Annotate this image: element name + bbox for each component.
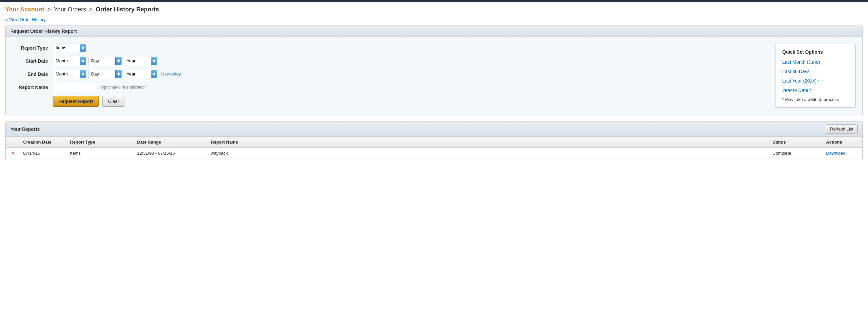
arrow-down-icon [117,61,120,62]
request-panel-title: Request Order History Report [10,29,77,34]
quick-set-last-month[interactable]: Last Month (June) [782,59,848,65]
quick-set-last-year[interactable]: Last Year (2014) * [782,78,848,84]
arrow-up-icon [82,46,85,48]
arrow-up-icon [153,73,155,74]
view-order-history-link[interactable]: < View Order History [5,17,45,22]
delete-icon[interactable]: ✕ [10,151,15,156]
start-year-wrapper: Year [124,57,157,65]
breadcrumb: Your Account > Your Orders > Order Histo… [0,2,868,16]
start-year-select[interactable]: Year [124,57,151,65]
arrow-down-icon [82,61,85,62]
start-month-select[interactable]: Month JanuaryFebruaryMarch AprilMayJune … [53,57,80,65]
reports-panel-title: Your Reports [10,126,40,132]
report-type-label: Report Type [12,45,53,51]
report-name-label: Report Name [12,85,53,90]
sep1: > [45,6,53,13]
button-row: Request Report Clear [12,96,762,107]
row-report-name: wayback [207,148,769,159]
end-month-select[interactable]: Month JanuaryFebruaryMarch AprilMayJune … [53,70,80,78]
quick-set-year-to-date[interactable]: Year to Date * [782,88,848,93]
col-header-actions: Actions [822,137,862,148]
report-type-controls: Items [53,44,86,52]
start-day-arrow[interactable] [115,57,121,65]
row-delete-cell: ✕ [6,148,19,159]
arrow-down-icon [153,61,155,62]
quick-set-last-30-days[interactable]: Last 30 Days [782,69,848,74]
request-report-button[interactable]: Request Report [53,96,99,107]
arrow-down-icon [82,48,85,49]
use-today-link[interactable]: Use today [161,72,181,77]
end-date-row: End Date Month JanuaryFebruaryMarch Apri… [12,70,762,78]
report-type-arrow[interactable] [80,44,86,52]
arrow-up-icon [117,59,120,61]
start-date-controls: Month JanuaryFebruaryMarch AprilMayJune … [53,57,157,65]
reports-panel-header: Your Reports Refresh List [6,122,862,137]
col-header-status: Status [769,137,822,148]
col-header-creation-date: Creation Date [19,137,66,148]
reports-table: Creation Date Report Type Date Range Rep… [6,137,862,159]
start-day-select[interactable]: Day [89,57,115,65]
end-date-label: End Date [12,72,53,77]
refresh-list-button[interactable]: Refresh List [826,124,858,134]
quick-set-panel: Quick Set Options Last Month (June) Last… [775,44,856,108]
request-panel-header: Request Order History Report [6,26,862,37]
col-header-checkbox [6,137,19,148]
end-date-controls: Month JanuaryFebruaryMarch AprilMayJune … [53,70,181,78]
report-type-select[interactable]: Items [53,44,80,52]
row-status: Complete [769,148,822,159]
arrow-down-icon [82,74,85,76]
arrow-down-icon [117,74,120,76]
end-month-arrow[interactable] [80,70,86,78]
end-year-select[interactable]: Year [124,70,151,78]
report-name-controls: Optional-for Identification [53,83,146,91]
col-header-report-type: Report Type [66,137,133,148]
start-year-arrow[interactable] [151,57,157,65]
view-order-history-link-wrapper: < View Order History [0,16,868,26]
report-type-row: Report Type Items [12,44,762,52]
page-title: Order History Reports [95,6,159,13]
end-day-arrow[interactable] [115,70,121,78]
arrow-down-icon [153,74,155,76]
request-panel-body: Report Type Items [6,37,862,116]
start-month-wrapper: Month JanuaryFebruaryMarch AprilMayJune … [53,57,86,65]
end-day-select[interactable]: Day [89,70,115,78]
report-name-row: Report Name Optional-for Identification [12,83,762,91]
report-type-select-wrapper: Items [53,44,86,52]
report-name-input[interactable] [53,83,96,91]
row-actions: Download [822,148,862,159]
form-section: Report Type Items [12,44,762,107]
your-orders-link[interactable]: Your Orders [54,6,86,13]
arrow-up-icon [117,73,120,74]
col-header-report-name: Report Name [207,137,769,148]
asterisk-note: * May take a while to process [782,97,848,102]
sep2: > [88,6,94,13]
table-row: ✕ 07/14/15 Items 12/31/98 - 07/15/15 way… [6,148,862,159]
reports-panel: Your Reports Refresh List Creation Date … [5,121,863,159]
arrow-up-icon [153,59,155,61]
end-year-wrapper: Year [124,70,157,78]
optional-text: Optional-for Identification [101,85,146,90]
end-year-arrow[interactable] [151,70,157,78]
start-date-row: Start Date Month JanuaryFebruaryMarch Ap… [12,57,762,65]
col-header-date-range: Date Range [133,137,207,148]
row-report-type: Items [66,148,133,159]
end-month-wrapper: Month JanuaryFebruaryMarch AprilMayJune … [53,70,86,78]
arrow-up-icon [82,73,85,74]
clear-button[interactable]: Clear [102,96,125,107]
row-date-range: 12/31/98 - 07/15/15 [133,148,207,159]
table-header-row: Creation Date Report Type Date Range Rep… [6,137,862,148]
start-month-arrow[interactable] [80,57,86,65]
row-creation-date: 07/14/15 [19,148,66,159]
download-link[interactable]: Download [826,151,845,156]
end-day-wrapper: Day [88,70,122,78]
start-date-label: Start Date [12,58,53,64]
start-day-wrapper: Day [88,57,122,65]
arrow-up-icon [82,59,85,61]
request-panel: Request Order History Report Report Type… [5,26,863,116]
quick-set-title: Quick Set Options [782,49,848,55]
your-account-link[interactable]: Your Account [5,6,44,13]
